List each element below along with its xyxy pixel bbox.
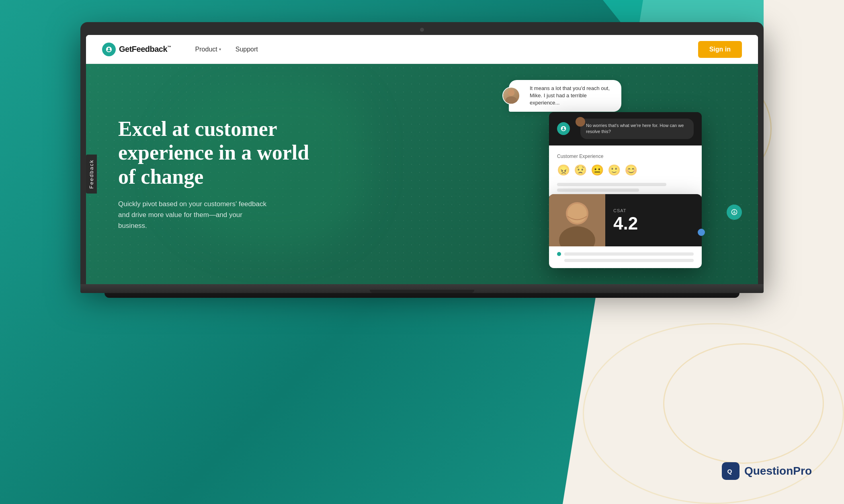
- svg-text:Q: Q: [727, 468, 732, 475]
- nav-item-product[interactable]: Product ▾: [195, 46, 221, 53]
- hero-title: Excel at customer experience in a world …: [118, 117, 327, 189]
- chat-message-text: It means a lot that you'd reach out, Mik…: [530, 85, 610, 106]
- csat-card-inner: CSAT 4.2: [549, 194, 702, 246]
- csat-spacer: [557, 258, 561, 262]
- survey-card-header: No worries that's what we're here for. H…: [549, 112, 702, 145]
- questionpro-icon: Q: [722, 462, 740, 480]
- csat-line-1: [564, 252, 694, 256]
- customer-avatar: [502, 87, 520, 104]
- blue-dot: [698, 229, 705, 236]
- csat-label: CSAT: [613, 208, 694, 213]
- laptop-foot: [104, 293, 740, 298]
- emoji-very-happy[interactable]: 😊: [625, 164, 637, 176]
- emoji-row: 😠 😟 😐 🙂 😊: [557, 164, 694, 176]
- survey-line-2: [557, 188, 639, 192]
- agent-chat-bubble: No worries that's what we're here for. H…: [580, 119, 694, 139]
- signin-button[interactable]: Sign in: [698, 41, 742, 58]
- logo-icon: [102, 43, 116, 56]
- emoji-angry[interactable]: 😠: [557, 164, 570, 176]
- chevron-down-icon: ▾: [219, 47, 221, 51]
- csat-person-photo: [549, 194, 605, 246]
- peace-icon: ☮: [727, 205, 742, 220]
- csat-card: CSAT 4.2: [549, 194, 702, 268]
- csat-data: CSAT 4.2: [605, 202, 702, 239]
- csat-score: 4.2: [613, 215, 694, 232]
- svg-point-5: [567, 204, 587, 223]
- hero-right: It means a lot that you'd reach out, Mik…: [327, 64, 726, 284]
- csat-body: [549, 246, 702, 268]
- emoji-happy[interactable]: 🙂: [608, 164, 621, 176]
- nav-links: Product ▾ Support: [195, 46, 258, 53]
- hero-subtitle: Quickly pivot based on your customers' f…: [118, 199, 271, 232]
- feedback-tab[interactable]: Feedback: [86, 154, 97, 193]
- survey-card: No worries that's what we're here for. H…: [549, 112, 702, 200]
- nav-item-support[interactable]: Support: [236, 46, 258, 53]
- questionpro-badge: Q QuestionPro: [722, 462, 812, 480]
- csat-line-row-1: [557, 252, 694, 256]
- survey-label: Customer Experience: [557, 154, 694, 159]
- emoji-sad[interactable]: 😟: [574, 164, 587, 176]
- hero-section: Feedback Excel at customer experience in…: [86, 64, 758, 284]
- questionpro-text: QuestionPro: [744, 465, 812, 477]
- csat-lines: [557, 252, 694, 262]
- navbar: GetFeedback™ Product ▾ Support Sign in: [86, 35, 758, 64]
- laptop-wrapper: GetFeedback™ Product ▾ Support Sign in: [80, 22, 764, 298]
- customer-chat-bubble: It means a lot that you'd reach out, Mik…: [509, 80, 621, 112]
- laptop-base: [80, 284, 764, 293]
- survey-line-1: [557, 183, 666, 186]
- csat-line-row-2: [557, 258, 694, 262]
- csat-dot-1: [557, 252, 561, 256]
- survey-lines: [557, 183, 694, 192]
- laptop-screen: GetFeedback™ Product ▾ Support Sign in: [86, 35, 758, 284]
- hero-left: Excel at customer experience in a world …: [118, 117, 327, 232]
- logo[interactable]: GetFeedback™: [102, 43, 171, 56]
- csat-line-2: [564, 259, 694, 262]
- camera-dot: [420, 28, 424, 32]
- svg-point-0: [508, 90, 514, 96]
- logo-text: GetFeedback™: [119, 45, 171, 54]
- laptop-frame: GetFeedback™ Product ▾ Support Sign in: [80, 22, 764, 284]
- customer-avatar-image: [503, 88, 519, 104]
- survey-card-body: Customer Experience 😠 😟 😐 🙂 😊: [549, 145, 702, 200]
- survey-logo: [557, 122, 570, 135]
- emoji-neutral[interactable]: 😐: [591, 164, 604, 176]
- svg-point-1: [505, 96, 517, 104]
